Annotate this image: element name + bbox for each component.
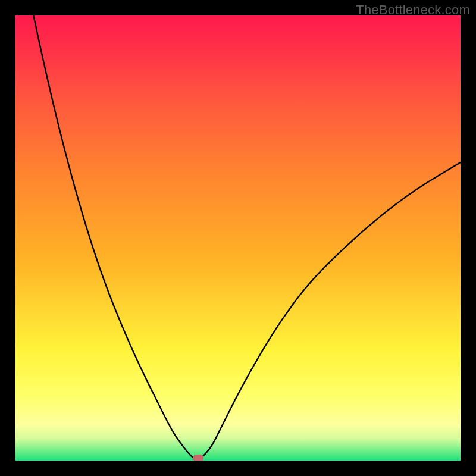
minimum-marker bbox=[193, 455, 203, 461]
curve-svg bbox=[15, 15, 461, 461]
chart-container: TheBottleneck.com bbox=[0, 0, 476, 476]
plot-area bbox=[15, 15, 461, 461]
bottleneck-curve bbox=[15, 15, 461, 460]
watermark-text: TheBottleneck.com bbox=[356, 2, 470, 18]
